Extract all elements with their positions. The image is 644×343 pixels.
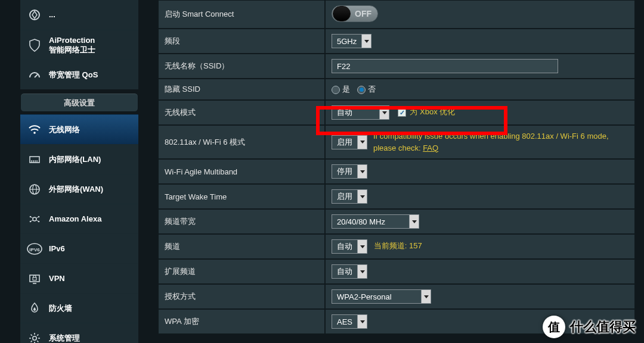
row-channel: 频道 自动 当前频道: 157 xyxy=(158,234,635,259)
settings-panel: 启动 Smart Connect OFF 频段 5GHz 无线名称（SSID） xyxy=(158,0,635,334)
sidebar-item-wireless[interactable]: 无线网络 xyxy=(20,114,138,144)
sidebar-item-wan[interactable]: 外部网络(WAN) xyxy=(20,174,138,204)
chevron-down-icon xyxy=(357,239,367,254)
watermark-badge: 值 xyxy=(543,316,565,338)
row-label: WPA 加密 xyxy=(158,309,325,334)
sidebar-item-top-0[interactable]: ... xyxy=(20,0,138,30)
channel-select[interactable]: 自动 xyxy=(332,239,367,254)
svg-point-2 xyxy=(33,132,36,134)
row-label: 授权方式 xyxy=(158,284,325,309)
select-value: AES xyxy=(332,314,357,329)
sidebar-item-label: 内部网络(LAN) xyxy=(49,155,101,164)
row-label: 频段 xyxy=(158,29,325,54)
radio-icon xyxy=(357,86,366,94)
band-select[interactable]: 5GHz xyxy=(332,34,371,48)
row-label: 无线名称（SSID） xyxy=(158,54,325,79)
row-ssid: 无线名称（SSID） xyxy=(158,54,635,79)
select-value: 启用 xyxy=(332,189,357,204)
row-label: 无线模式 xyxy=(158,100,325,125)
sidebar-item-label: 防火墙 xyxy=(49,304,72,313)
row-label: 启动 Smart Connect xyxy=(158,0,325,29)
sidebar-item-label: 无线网络 xyxy=(49,125,80,135)
svg-point-25 xyxy=(33,336,36,339)
row-hide-ssid: 隐藏 SSID 是 否 xyxy=(158,79,635,100)
sidebar-item-firewall[interactable]: 防火墙 xyxy=(20,293,138,323)
wifi-icon xyxy=(26,121,43,138)
checkbox-icon xyxy=(398,108,406,117)
select-value: 5GHz xyxy=(332,34,361,48)
select-value: 停用 xyxy=(332,164,357,179)
hide-ssid-radio-group: 是 否 xyxy=(332,84,628,95)
faq-link[interactable]: FAQ xyxy=(423,144,438,152)
ax-compat-note: If compatibility issue occurs when enabl… xyxy=(373,130,609,154)
svg-point-11 xyxy=(33,217,36,221)
settings-table: 启动 Smart Connect OFF 频段 5GHz 无线名称（SSID） xyxy=(158,0,635,334)
firewall-icon xyxy=(26,300,43,317)
row-channel-bandwidth: 频道带宽 20/40/80 MHz xyxy=(158,209,635,234)
watermark-text: 什么值得买 xyxy=(570,318,636,336)
svg-line-32 xyxy=(31,341,32,342)
row-label: 扩展频道 xyxy=(158,259,325,284)
xbox-checkbox[interactable]: 为 Xbox 优化 xyxy=(398,107,455,116)
svg-text:IPV6: IPV6 xyxy=(29,247,40,252)
chevron-down-icon xyxy=(357,135,367,149)
ssid-input[interactable] xyxy=(332,59,558,73)
row-band: 频段 5GHz xyxy=(158,29,635,54)
sidebar-item-label: VPN xyxy=(49,274,65,283)
sidebar-item-label: AiProtection xyxy=(49,36,95,45)
mode-select[interactable]: 自动 xyxy=(332,105,389,120)
select-value: 20/40/80 MHz xyxy=(332,214,409,229)
sidebar-item-lan[interactable]: 内部网络(LAN) xyxy=(20,144,138,174)
extchannel-select[interactable]: 自动 xyxy=(332,264,367,279)
gauge-icon xyxy=(26,67,43,83)
chevron-down-icon xyxy=(379,105,389,120)
svg-rect-24 xyxy=(33,277,36,280)
select-value: 自动 xyxy=(332,239,357,254)
lan-icon xyxy=(26,151,43,168)
row-label: Target Wake Time xyxy=(158,184,325,209)
radio-icon xyxy=(332,86,340,94)
sidebar-item-vpn[interactable]: VPN xyxy=(20,263,138,293)
sidebar-item-label: Amazon Alexa xyxy=(49,214,101,224)
toggle-smart-connect[interactable]: OFF xyxy=(332,5,378,22)
select-value: 启用 xyxy=(332,135,357,149)
svg-line-31 xyxy=(37,341,38,342)
select-value: 自动 xyxy=(332,264,357,279)
ipv6-icon: IPV6 xyxy=(26,241,43,257)
sidebar-item-ipv6[interactable]: IPV6 IPv6 xyxy=(20,233,138,263)
auth-select[interactable]: WPA2-Personal xyxy=(332,289,431,304)
chevron-down-icon xyxy=(357,314,367,329)
twt-select[interactable]: 启用 xyxy=(332,189,367,204)
chevron-down-icon xyxy=(361,34,371,48)
radio-no[interactable]: 否 xyxy=(357,84,376,95)
sidebar-item-aiprotection[interactable]: AiProtection 智能网络卫士 xyxy=(20,30,138,60)
chevron-down-icon xyxy=(357,189,367,204)
sidebar-item-admin[interactable]: 系统管理 xyxy=(20,323,138,343)
current-channel: 当前频道: 157 xyxy=(374,241,422,250)
xbox-label: 为 Xbox 优化 xyxy=(410,107,455,116)
row-auth-method: 授权方式 WPA2-Personal xyxy=(158,284,635,309)
row-smart-connect: 启动 Smart Connect OFF xyxy=(158,0,635,29)
alexa-icon xyxy=(26,211,43,227)
ax-select[interactable]: 启用 xyxy=(332,135,367,149)
agile-select[interactable]: 停用 xyxy=(332,164,367,179)
vpn-icon xyxy=(26,270,43,287)
bandwidth-select[interactable]: 20/40/80 MHz xyxy=(332,214,419,229)
row-label: 802.11ax / Wi-Fi 6 模式 xyxy=(158,125,325,159)
sidebar-item-alexa[interactable]: Amazon Alexa xyxy=(20,204,138,233)
select-value: 自动 xyxy=(332,105,379,120)
radio-yes[interactable]: 是 xyxy=(332,84,350,95)
wpa-select[interactable]: AES xyxy=(332,314,367,329)
sidebar-item-label: IPv6 xyxy=(49,244,65,254)
toggle-knob xyxy=(333,6,351,21)
row-twt: Target Wake Time 启用 xyxy=(158,184,635,209)
select-value: WPA2-Personal xyxy=(332,289,421,304)
protection-icon xyxy=(26,37,43,54)
svg-line-30 xyxy=(31,334,32,335)
sidebar-item-qos[interactable]: 带宽管理 QoS xyxy=(20,60,138,89)
gear-icon xyxy=(26,330,43,344)
toggle-state: OFF xyxy=(351,9,377,18)
row-80211ax: 802.11ax / Wi-Fi 6 模式 启用 If compatibilit… xyxy=(158,125,635,159)
row-label: 隐藏 SSID xyxy=(158,79,325,100)
shield-icon xyxy=(26,7,43,23)
